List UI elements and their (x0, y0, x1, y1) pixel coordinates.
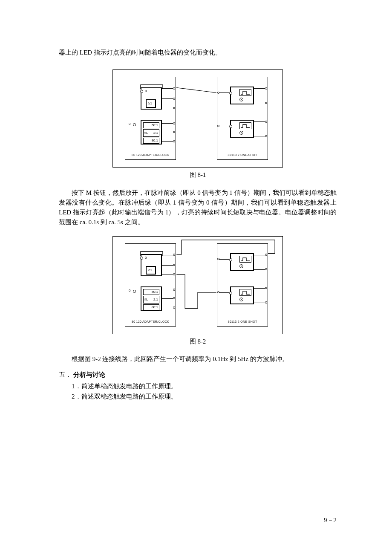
fig1-right-caption: 80113 2 ONE-SHOT (217, 153, 268, 158)
figure-8-2: ≥1 0 0 50:1 (112, 236, 283, 334)
fig1-lower-0: 0 (129, 122, 130, 126)
figure-8-2-wrap: ≥1 0 0 50:1 (59, 236, 337, 334)
document-page: 器上的 LED 指示灯点亮的时间随着电位器的变化而变化。 ≥1 0 (0, 0, 392, 555)
fig2-left-module: ≥1 0 0 50:1 (125, 243, 176, 327)
intro-continuation: 器上的 LED 指示灯点亮的时间随着电位器的变化而变化。 (59, 48, 337, 58)
fig1-left-module: ≥1 0 0 (125, 77, 176, 160)
section-title: 分析与讨论 (73, 371, 105, 378)
figure-8-1: ≥1 0 0 (112, 69, 283, 168)
fig1-right-module: 80113 2 ONE-SHOT (217, 77, 268, 160)
page-number: 9－2 (324, 515, 337, 525)
fig2-right-caption: 80113 2 ONE-SHOT (217, 320, 268, 324)
figure-8-2-caption: 图 8-2 (59, 337, 337, 347)
section-number: 五． (59, 371, 72, 378)
fig2-left-caption: 80 120 ADAPTER/CLOCK (125, 320, 176, 324)
pin-0-label: 0 (145, 90, 147, 93)
ratio-50: 50:1 (151, 124, 158, 127)
mid-paragraph: 按下 M 按钮，然后放开，在脉冲前缘（即从 0 信号变为 1 信号）期间，我们可… (59, 188, 337, 228)
ge1-label: ≥1 (148, 102, 152, 105)
section-5-heading: 五． 分析与讨论 (59, 370, 337, 380)
fig1-left-caption: 80 120 ADAPTER/CLOCK (125, 153, 176, 158)
discussion-item-2: 2．简述双稳态触发电路的工作原理。 (72, 392, 337, 402)
svg-line-0 (176, 88, 216, 93)
fig2-ge1: ≥1 (148, 269, 152, 272)
after-fig2-paragraph: 根据图 9-2 连接线路，此回路产生一个可调频率为 0.1Hz 到 5Hz 的方… (59, 354, 337, 364)
figure-8-1-caption: 图 8-1 (59, 170, 337, 180)
discussion-item-1: 1．简述单稳态触发电路的工作原理。 (72, 382, 337, 391)
fig2-right-module: 80113 2 ONE-SHOT (217, 243, 268, 327)
figure-8-1-wrap: ≥1 0 0 (59, 69, 337, 168)
discussion-list: 1．简述单稳态触发电路的工作原理。 2．简述双稳态触发电路的工作原理。 (59, 382, 337, 402)
ratio-80: 80:1 (151, 139, 158, 142)
ratio-2: 2:1 (153, 131, 158, 135)
